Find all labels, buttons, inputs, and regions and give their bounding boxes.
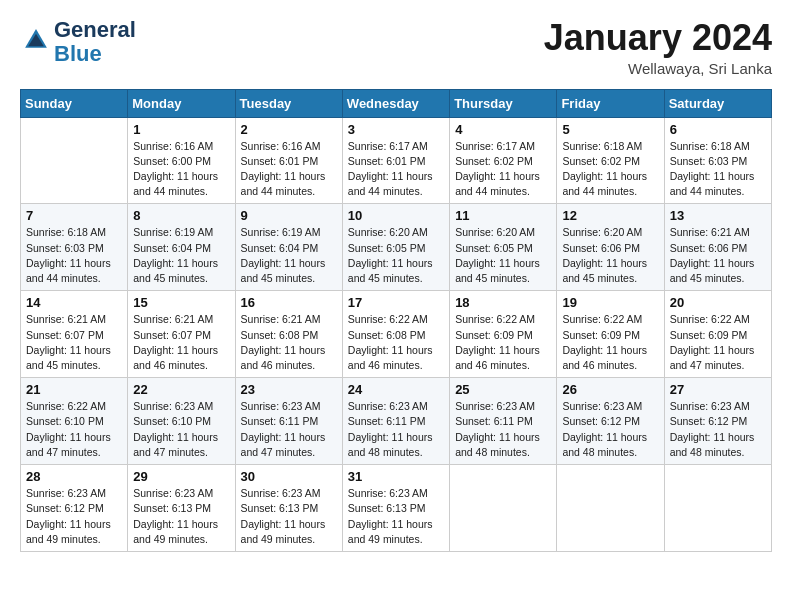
header-day-sunday: Sunday bbox=[21, 89, 128, 117]
calendar-cell: 9Sunrise: 6:19 AMSunset: 6:04 PMDaylight… bbox=[235, 204, 342, 291]
week-row-0: 1Sunrise: 6:16 AMSunset: 6:00 PMDaylight… bbox=[21, 117, 772, 204]
day-detail: Sunrise: 6:20 AMSunset: 6:05 PMDaylight:… bbox=[348, 225, 444, 286]
day-number: 23 bbox=[241, 382, 337, 397]
day-number: 4 bbox=[455, 122, 551, 137]
calendar-cell bbox=[450, 465, 557, 552]
logo-icon bbox=[22, 26, 50, 54]
day-detail: Sunrise: 6:18 AMSunset: 6:03 PMDaylight:… bbox=[26, 225, 122, 286]
day-detail: Sunrise: 6:22 AMSunset: 6:09 PMDaylight:… bbox=[670, 312, 766, 373]
day-number: 18 bbox=[455, 295, 551, 310]
day-number: 21 bbox=[26, 382, 122, 397]
day-number: 8 bbox=[133, 208, 229, 223]
day-number: 31 bbox=[348, 469, 444, 484]
calendar-header: SundayMondayTuesdayWednesdayThursdayFrid… bbox=[21, 89, 772, 117]
day-number: 3 bbox=[348, 122, 444, 137]
day-number: 17 bbox=[348, 295, 444, 310]
day-number: 24 bbox=[348, 382, 444, 397]
calendar-cell: 2Sunrise: 6:16 AMSunset: 6:01 PMDaylight… bbox=[235, 117, 342, 204]
day-number: 10 bbox=[348, 208, 444, 223]
calendar-cell: 5Sunrise: 6:18 AMSunset: 6:02 PMDaylight… bbox=[557, 117, 664, 204]
day-number: 25 bbox=[455, 382, 551, 397]
day-number: 16 bbox=[241, 295, 337, 310]
day-number: 22 bbox=[133, 382, 229, 397]
day-detail: Sunrise: 6:22 AMSunset: 6:08 PMDaylight:… bbox=[348, 312, 444, 373]
day-number: 30 bbox=[241, 469, 337, 484]
calendar-cell: 7Sunrise: 6:18 AMSunset: 6:03 PMDaylight… bbox=[21, 204, 128, 291]
day-number: 7 bbox=[26, 208, 122, 223]
week-row-1: 7Sunrise: 6:18 AMSunset: 6:03 PMDaylight… bbox=[21, 204, 772, 291]
calendar-cell: 18Sunrise: 6:22 AMSunset: 6:09 PMDayligh… bbox=[450, 291, 557, 378]
day-number: 1 bbox=[133, 122, 229, 137]
day-detail: Sunrise: 6:23 AMSunset: 6:13 PMDaylight:… bbox=[348, 486, 444, 547]
day-detail: Sunrise: 6:20 AMSunset: 6:05 PMDaylight:… bbox=[455, 225, 551, 286]
day-detail: Sunrise: 6:21 AMSunset: 6:07 PMDaylight:… bbox=[26, 312, 122, 373]
day-detail: Sunrise: 6:23 AMSunset: 6:11 PMDaylight:… bbox=[348, 399, 444, 460]
day-detail: Sunrise: 6:22 AMSunset: 6:10 PMDaylight:… bbox=[26, 399, 122, 460]
day-detail: Sunrise: 6:18 AMSunset: 6:02 PMDaylight:… bbox=[562, 139, 658, 200]
header-day-friday: Friday bbox=[557, 89, 664, 117]
day-number: 5 bbox=[562, 122, 658, 137]
header-row: SundayMondayTuesdayWednesdayThursdayFrid… bbox=[21, 89, 772, 117]
calendar-cell: 1Sunrise: 6:16 AMSunset: 6:00 PMDaylight… bbox=[128, 117, 235, 204]
title-block: January 2024 Wellawaya, Sri Lanka bbox=[544, 18, 772, 77]
calendar-cell bbox=[21, 117, 128, 204]
day-detail: Sunrise: 6:20 AMSunset: 6:06 PMDaylight:… bbox=[562, 225, 658, 286]
calendar-cell: 19Sunrise: 6:22 AMSunset: 6:09 PMDayligh… bbox=[557, 291, 664, 378]
header-day-thursday: Thursday bbox=[450, 89, 557, 117]
calendar-cell: 29Sunrise: 6:23 AMSunset: 6:13 PMDayligh… bbox=[128, 465, 235, 552]
calendar-cell: 4Sunrise: 6:17 AMSunset: 6:02 PMDaylight… bbox=[450, 117, 557, 204]
calendar-cell: 21Sunrise: 6:22 AMSunset: 6:10 PMDayligh… bbox=[21, 378, 128, 465]
day-number: 27 bbox=[670, 382, 766, 397]
calendar-cell: 13Sunrise: 6:21 AMSunset: 6:06 PMDayligh… bbox=[664, 204, 771, 291]
day-number: 11 bbox=[455, 208, 551, 223]
calendar-cell: 17Sunrise: 6:22 AMSunset: 6:08 PMDayligh… bbox=[342, 291, 449, 378]
calendar-cell: 28Sunrise: 6:23 AMSunset: 6:12 PMDayligh… bbox=[21, 465, 128, 552]
location: Wellawaya, Sri Lanka bbox=[544, 60, 772, 77]
day-detail: Sunrise: 6:23 AMSunset: 6:13 PMDaylight:… bbox=[133, 486, 229, 547]
day-detail: Sunrise: 6:16 AMSunset: 6:01 PMDaylight:… bbox=[241, 139, 337, 200]
day-detail: Sunrise: 6:23 AMSunset: 6:11 PMDaylight:… bbox=[455, 399, 551, 460]
day-number: 12 bbox=[562, 208, 658, 223]
day-detail: Sunrise: 6:23 AMSunset: 6:12 PMDaylight:… bbox=[670, 399, 766, 460]
calendar-cell: 14Sunrise: 6:21 AMSunset: 6:07 PMDayligh… bbox=[21, 291, 128, 378]
calendar-cell: 24Sunrise: 6:23 AMSunset: 6:11 PMDayligh… bbox=[342, 378, 449, 465]
calendar-cell: 27Sunrise: 6:23 AMSunset: 6:12 PMDayligh… bbox=[664, 378, 771, 465]
week-row-3: 21Sunrise: 6:22 AMSunset: 6:10 PMDayligh… bbox=[21, 378, 772, 465]
calendar-cell: 16Sunrise: 6:21 AMSunset: 6:08 PMDayligh… bbox=[235, 291, 342, 378]
day-detail: Sunrise: 6:19 AMSunset: 6:04 PMDaylight:… bbox=[241, 225, 337, 286]
calendar-cell: 3Sunrise: 6:17 AMSunset: 6:01 PMDaylight… bbox=[342, 117, 449, 204]
day-number: 20 bbox=[670, 295, 766, 310]
day-number: 26 bbox=[562, 382, 658, 397]
calendar-cell: 23Sunrise: 6:23 AMSunset: 6:11 PMDayligh… bbox=[235, 378, 342, 465]
calendar-cell: 8Sunrise: 6:19 AMSunset: 6:04 PMDaylight… bbox=[128, 204, 235, 291]
day-number: 15 bbox=[133, 295, 229, 310]
day-detail: Sunrise: 6:23 AMSunset: 6:12 PMDaylight:… bbox=[26, 486, 122, 547]
calendar-cell: 30Sunrise: 6:23 AMSunset: 6:13 PMDayligh… bbox=[235, 465, 342, 552]
week-row-4: 28Sunrise: 6:23 AMSunset: 6:12 PMDayligh… bbox=[21, 465, 772, 552]
calendar-cell bbox=[664, 465, 771, 552]
calendar-cell: 10Sunrise: 6:20 AMSunset: 6:05 PMDayligh… bbox=[342, 204, 449, 291]
calendar-body: 1Sunrise: 6:16 AMSunset: 6:00 PMDaylight… bbox=[21, 117, 772, 551]
day-detail: Sunrise: 6:18 AMSunset: 6:03 PMDaylight:… bbox=[670, 139, 766, 200]
day-number: 13 bbox=[670, 208, 766, 223]
page: General Blue January 2024 Wellawaya, Sri… bbox=[0, 0, 792, 612]
day-detail: Sunrise: 6:21 AMSunset: 6:06 PMDaylight:… bbox=[670, 225, 766, 286]
header: General Blue January 2024 Wellawaya, Sri… bbox=[20, 18, 772, 77]
day-detail: Sunrise: 6:17 AMSunset: 6:01 PMDaylight:… bbox=[348, 139, 444, 200]
calendar-cell: 20Sunrise: 6:22 AMSunset: 6:09 PMDayligh… bbox=[664, 291, 771, 378]
day-detail: Sunrise: 6:21 AMSunset: 6:07 PMDaylight:… bbox=[133, 312, 229, 373]
calendar-cell: 31Sunrise: 6:23 AMSunset: 6:13 PMDayligh… bbox=[342, 465, 449, 552]
day-detail: Sunrise: 6:23 AMSunset: 6:11 PMDaylight:… bbox=[241, 399, 337, 460]
logo: General Blue bbox=[20, 18, 136, 66]
logo-text-line2: Blue bbox=[54, 42, 136, 66]
calendar-table: SundayMondayTuesdayWednesdayThursdayFrid… bbox=[20, 89, 772, 552]
day-number: 6 bbox=[670, 122, 766, 137]
day-detail: Sunrise: 6:23 AMSunset: 6:10 PMDaylight:… bbox=[133, 399, 229, 460]
calendar-cell: 12Sunrise: 6:20 AMSunset: 6:06 PMDayligh… bbox=[557, 204, 664, 291]
header-day-monday: Monday bbox=[128, 89, 235, 117]
header-day-wednesday: Wednesday bbox=[342, 89, 449, 117]
day-number: 29 bbox=[133, 469, 229, 484]
day-number: 28 bbox=[26, 469, 122, 484]
calendar-cell: 11Sunrise: 6:20 AMSunset: 6:05 PMDayligh… bbox=[450, 204, 557, 291]
day-number: 19 bbox=[562, 295, 658, 310]
